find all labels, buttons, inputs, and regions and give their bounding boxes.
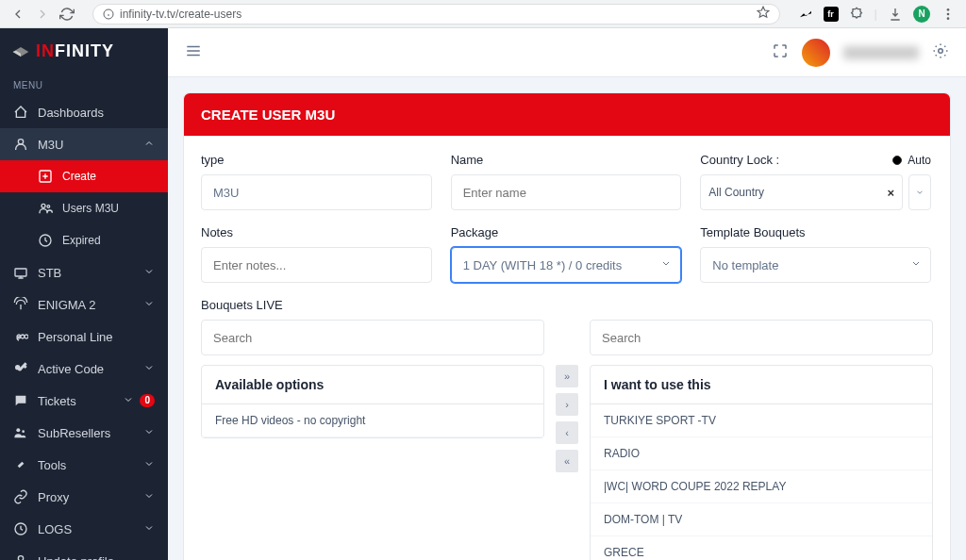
list-item[interactable]: GRECE xyxy=(591,536,932,560)
site-info-icon xyxy=(103,8,114,20)
logo-text: INFINITY xyxy=(36,41,114,61)
svg-point-12 xyxy=(22,430,25,433)
menu-icon[interactable] xyxy=(940,6,957,23)
type-input[interactable] xyxy=(201,174,432,210)
list-item[interactable]: TURKIYE SPORT -TV xyxy=(591,404,932,437)
available-header: Available options xyxy=(202,366,543,404)
sidebar-item-create[interactable]: Create xyxy=(0,160,168,192)
chevron-down-icon xyxy=(143,490,155,504)
move-all-left-button[interactable]: « xyxy=(556,450,578,472)
notes-input[interactable] xyxy=(201,247,432,283)
back-button[interactable] xyxy=(9,6,26,23)
chevron-down-icon xyxy=(143,458,155,472)
tv-icon xyxy=(13,265,28,280)
profile-avatar[interactable]: N xyxy=(913,6,930,23)
sidebar-item-active-code[interactable]: Active Code xyxy=(0,353,168,385)
selected-panel: I want to use this TURKIYE SPORT -TVRADI… xyxy=(590,365,933,560)
home-icon xyxy=(13,105,28,120)
svg-point-11 xyxy=(16,428,20,432)
svg-point-8 xyxy=(47,206,50,208)
sidebar-item-tickets[interactable]: Tickets 0 xyxy=(0,385,168,417)
logo[interactable]: INFINITY xyxy=(0,28,168,74)
user-avatar[interactable] xyxy=(802,39,830,67)
selected-search[interactable] xyxy=(590,320,933,355)
svg-point-4 xyxy=(947,17,950,20)
selected-header: I want to use this xyxy=(591,366,932,404)
move-right-button[interactable]: › xyxy=(556,393,578,416)
sidebar-item-m3u[interactable]: M3U xyxy=(0,128,168,160)
list-item[interactable]: RADIO xyxy=(591,437,932,470)
sidebar-item-personal-line[interactable]: Personal Line xyxy=(0,321,168,353)
clock-icon xyxy=(13,521,28,536)
list-item[interactable]: |WC| WORD COUPE 2022 REPLAY xyxy=(591,470,932,503)
user-name-blurred xyxy=(843,46,919,59)
list-item[interactable]: Free HD videos - no copyright xyxy=(202,404,543,437)
sidebar-item-tools[interactable]: Tools xyxy=(0,449,168,481)
download-icon[interactable] xyxy=(887,6,904,23)
chat-icon xyxy=(13,393,28,408)
move-all-right-button[interactable]: » xyxy=(556,365,578,387)
sidebar-item-dashboards[interactable]: Dashboards xyxy=(0,96,168,128)
auto-toggle[interactable]: Auto xyxy=(892,154,931,167)
label-template: Template Bouquets xyxy=(700,225,931,239)
svg-point-3 xyxy=(947,12,950,15)
forward-button[interactable] xyxy=(34,6,51,23)
package-select[interactable]: 1 DAY (WITH 18 *) / 0 credits xyxy=(451,247,682,283)
list-item[interactable]: DOM-TOM | TV xyxy=(591,503,932,536)
sidebar-item-subresellers[interactable]: SubResellers xyxy=(0,417,168,449)
users-icon xyxy=(38,201,53,216)
sidebar-item-logs[interactable]: LOGS xyxy=(0,513,168,545)
gear-icon[interactable] xyxy=(932,42,949,62)
sidebar-item-users-m3u[interactable]: Users M3U xyxy=(0,192,168,224)
sidebar-item-stb[interactable]: STB xyxy=(0,256,168,288)
extension-icon-1[interactable] xyxy=(797,6,814,23)
reload-button[interactable] xyxy=(58,6,75,23)
sidebar-item-enigma[interactable]: ENIGMA 2 xyxy=(0,288,168,321)
sidebar-item-expired[interactable]: Expired xyxy=(0,224,168,256)
key-icon xyxy=(13,361,28,376)
country-dropdown-toggle[interactable] xyxy=(908,174,931,210)
chevron-down-icon xyxy=(143,426,155,440)
extensions-icon[interactable] xyxy=(848,6,865,23)
label-type: type xyxy=(201,153,432,167)
topbar xyxy=(168,28,966,77)
user-icon xyxy=(13,553,28,560)
url-bar[interactable]: infinity-tv.tv/create-users xyxy=(92,4,780,25)
name-input[interactable] xyxy=(451,174,682,210)
svg-point-2 xyxy=(947,8,950,11)
fullscreen-icon[interactable] xyxy=(772,42,789,62)
sidebar-item-proxy[interactable]: Proxy xyxy=(0,481,168,513)
url-text: infinity-tv.tv/create-users xyxy=(120,8,242,21)
chevron-down-icon xyxy=(123,394,134,408)
svg-marker-1 xyxy=(758,7,769,17)
available-search[interactable] xyxy=(201,320,544,355)
radio-dot-icon xyxy=(892,156,902,165)
chevron-down-icon xyxy=(143,362,155,376)
hamburger-icon[interactable] xyxy=(185,42,202,62)
infinity-icon xyxy=(13,329,28,344)
label-country-lock: Country Lock : xyxy=(700,153,779,167)
card-header: CREATE USER M3U xyxy=(184,93,950,136)
label-notes: Notes xyxy=(201,225,432,239)
star-icon[interactable] xyxy=(757,6,770,22)
browser-chrome: infinity-tv.tv/create-users fr | N xyxy=(0,0,966,28)
label-name: Name xyxy=(451,153,682,167)
label-bouquets-live: Bouquets LIVE xyxy=(201,298,933,312)
chevron-down-icon xyxy=(143,266,155,280)
clear-country-icon[interactable]: × xyxy=(887,186,894,200)
sidebar-item-update-profile[interactable]: Update profile xyxy=(0,545,168,560)
menu-section-label: MENU xyxy=(0,74,168,96)
link-icon xyxy=(13,489,28,504)
available-panel: Available options Free HD videos - no co… xyxy=(201,365,544,438)
create-user-card: CREATE USER M3U type Name xyxy=(183,92,951,560)
template-select[interactable]: No template xyxy=(700,247,931,283)
move-left-button[interactable]: ‹ xyxy=(556,421,578,444)
extension-icon-2[interactable]: fr xyxy=(824,7,839,22)
clock-icon xyxy=(38,233,53,248)
chevron-up-icon xyxy=(143,138,155,152)
svg-point-7 xyxy=(42,204,45,207)
chevron-down-icon xyxy=(143,522,155,536)
chevron-down-icon xyxy=(143,298,155,312)
tools-icon xyxy=(13,457,28,472)
country-select[interactable]: All Country × xyxy=(700,174,903,210)
